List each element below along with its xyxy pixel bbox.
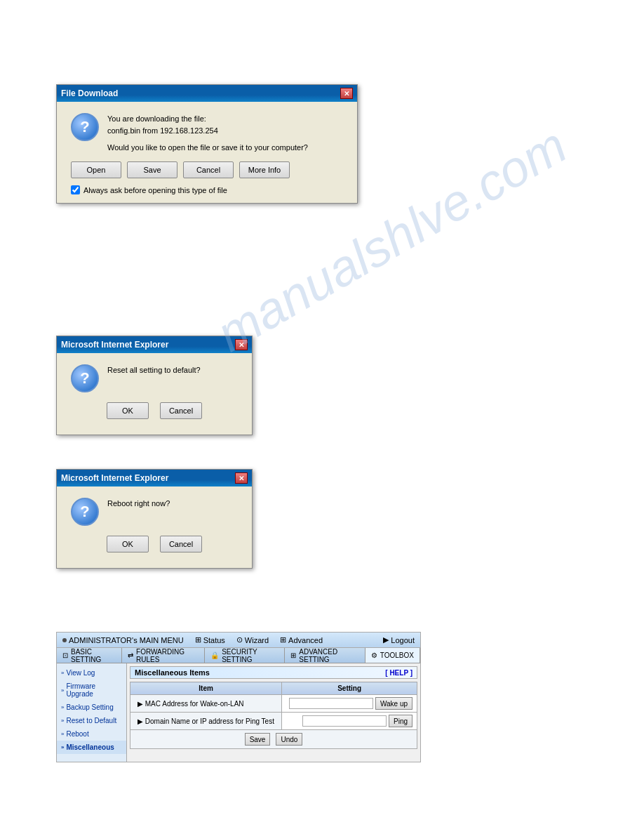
ie-reboot-cancel-button[interactable]: Cancel <box>160 536 202 552</box>
sidebar-label-reboot: Reboot <box>66 730 88 738</box>
sidebar-arrow-firmware: » <box>61 687 64 694</box>
sidebar-label-view-log: View Log <box>66 669 95 677</box>
logout-arrow-icon: ▶ <box>383 635 389 644</box>
tab-toolbox-label: TOOLBOX <box>380 651 414 659</box>
ping-button[interactable]: Ping <box>389 715 412 727</box>
ie-reset-cancel-button[interactable]: Cancel <box>160 402 202 419</box>
ie-reset-ok-button[interactable]: OK <box>107 402 149 419</box>
file-download-text: You are downloading the file: config.bin… <box>107 113 308 152</box>
ie-reset-content-row: ? Reset all setting to default? <box>71 364 238 392</box>
always-ask-label: Always ask before opening this type of f… <box>83 186 227 194</box>
tab-security-setting[interactable]: 🔒 SECURITY SETTING <box>205 648 285 663</box>
miscellaneous-table: Item Setting ▶ MAC Address for Wake-on-L… <box>130 682 417 730</box>
nav-status[interactable]: ⊞ Status <box>192 635 228 644</box>
ie-reset-question-icon: ? <box>71 364 99 392</box>
ie-reset-buttons: OK Cancel <box>71 402 238 419</box>
always-ask-checkbox[interactable] <box>71 185 80 194</box>
sidebar-item-reboot[interactable]: » Reboot <box>57 727 126 741</box>
ie-reset-dialog: Microsoft Internet Explorer ✕ ? Reset al… <box>56 336 253 435</box>
file-download-checkbox-row: Always ask before opening this type of f… <box>71 185 343 194</box>
ie-reset-message: Reset all setting to default? <box>107 364 201 376</box>
advanced-setting-icon: ⊞ <box>290 651 296 659</box>
sidebar-arrow-reset: » <box>61 717 64 724</box>
file-download-dialog: File Download ✕ ? You are downloading th… <box>56 84 358 204</box>
nav-status-label: Status <box>203 636 225 644</box>
file-download-open-button[interactable]: Open <box>71 161 121 178</box>
file-download-save-button[interactable]: Save <box>127 161 177 178</box>
sidebar-item-view-log[interactable]: » View Log <box>57 666 126 680</box>
sidebar-arrow-misc: » <box>61 744 64 750</box>
help-link[interactable]: [ HELP ] <box>385 669 412 677</box>
file-download-more-info-button[interactable]: More Info <box>239 161 290 178</box>
ie-reboot-content-row: ? Reboot right now? <box>71 498 238 526</box>
nav-logout[interactable]: ▶ Logout <box>380 635 417 644</box>
question-icon: ? <box>71 113 99 141</box>
ping-test-text: Domain Name or IP address for Ping Test <box>145 717 274 725</box>
wizard-icon: ⊙ <box>236 635 243 644</box>
sidebar-item-reset-default[interactable]: » Reset to Default <box>57 714 126 727</box>
ie-reboot-message: Reboot right now? <box>107 498 170 510</box>
nav-advanced-label: Advanced <box>288 636 323 644</box>
sidebar-item-miscellaneous[interactable]: » Miscellaneous <box>57 741 126 754</box>
file-download-message1: You are downloading the file: <box>107 113 308 125</box>
file-download-cancel-button[interactable]: Cancel <box>183 161 234 178</box>
sidebar-item-backup-setting[interactable]: » Backup Setting <box>57 701 126 714</box>
sidebar-label-firmware: Firmware Upgrade <box>66 682 122 698</box>
ie-reboot-buttons: OK Cancel <box>71 536 238 552</box>
admin-dot <box>62 638 67 642</box>
wake-up-button[interactable]: Wake up <box>375 697 412 710</box>
tab-basic-setting[interactable]: ⊡ BASIC SETTING <box>57 648 122 663</box>
sidebar-label-misc: Miscellaneous <box>66 743 114 751</box>
file-download-buttons: Open Save Cancel More Info <box>71 161 343 178</box>
nav-wizard[interactable]: ⊙ Wizard <box>234 635 271 644</box>
nav-advanced[interactable]: ⊞ Advanced <box>277 635 326 644</box>
col-header-item: Item <box>130 682 282 695</box>
table-footer: Save Undo <box>130 730 417 749</box>
basic-setting-icon: ⊡ <box>62 651 68 659</box>
main-menu-section: ADMINISTRATOR's MAIN MENU ⊞ Status ⊙ Wiz… <box>56 632 421 762</box>
table-row: ▶ MAC Address for Wake-on-LAN Wake up <box>130 695 417 713</box>
nav-admin-menu[interactable]: ADMINISTRATOR's MAIN MENU <box>60 636 187 644</box>
file-download-close-button[interactable]: ✕ <box>340 88 353 99</box>
ping-test-label: ▶ Domain Name or IP address for Ping Tes… <box>130 713 282 730</box>
save-button[interactable]: Save <box>245 733 271 746</box>
file-download-titlebar: File Download ✕ <box>57 85 357 102</box>
sidebar-label-reset: Reset to Default <box>66 717 116 724</box>
mac-wake-setting: Wake up <box>282 695 417 713</box>
tab-advanced-setting-label: ADVANCED SETTING <box>299 648 359 663</box>
tab-forwarding-rules-label: FORWARDING RULES <box>136 648 199 663</box>
ie-reset-close-button[interactable]: ✕ <box>235 339 248 350</box>
nav-wizard-label: Wizard <box>245 636 269 644</box>
undo-button[interactable]: Undo <box>276 733 302 746</box>
forwarding-rules-icon: ⇄ <box>128 651 133 659</box>
ie-reboot-title: Microsoft Internet Explorer <box>61 473 168 483</box>
advanced-icon: ⊞ <box>280 635 286 644</box>
ie-reboot-close-button[interactable]: ✕ <box>235 472 248 484</box>
ping-input[interactable] <box>302 715 387 727</box>
tab-bar: ⊡ BASIC SETTING ⇄ FORWARDING RULES 🔒 SEC… <box>57 648 420 663</box>
tab-forwarding-rules[interactable]: ⇄ FORWARDING RULES <box>122 648 205 663</box>
content-area: » View Log » Firmware Upgrade » Backup S… <box>57 663 420 762</box>
mac-wake-arrow: ▶ <box>137 700 145 708</box>
nav-logout-label: Logout <box>391 636 415 644</box>
section-title: Miscellaneous Items <box>135 668 210 677</box>
tab-basic-setting-label: BASIC SETTING <box>71 648 116 663</box>
sidebar-item-firmware-upgrade[interactable]: » Firmware Upgrade <box>57 680 126 701</box>
tab-advanced-setting[interactable]: ⊞ ADVANCED SETTING <box>285 648 365 663</box>
mac-wake-input[interactable] <box>289 698 373 709</box>
sidebar-label-backup: Backup Setting <box>66 703 113 711</box>
ie-reset-title: Microsoft Internet Explorer <box>61 340 168 350</box>
tab-toolbox[interactable]: ⚙ TOOLBOX <box>365 648 420 663</box>
mac-wake-text: MAC Address for Wake-on-LAN <box>145 700 244 708</box>
file-download-message-secondary: Would you like to open the file or save … <box>107 143 308 152</box>
status-icon: ⊞ <box>195 635 201 644</box>
ie-reboot-question-icon: ? <box>71 498 99 526</box>
mac-wake-label: ▶ MAC Address for Wake-on-LAN <box>130 695 282 713</box>
nav-admin-label: ADMINISTRATOR's MAIN MENU <box>69 636 184 644</box>
file-download-content-row: ? You are downloading the file: config.b… <box>71 113 343 152</box>
tab-security-setting-label: SECURITY SETTING <box>222 648 279 663</box>
table-row: ▶ Domain Name or IP address for Ping Tes… <box>130 713 417 730</box>
ie-reboot-ok-button[interactable]: OK <box>107 536 149 552</box>
ie-reset-titlebar: Microsoft Internet Explorer ✕ <box>57 336 252 353</box>
ie-reboot-body: ? Reboot right now? OK Cancel <box>57 486 252 568</box>
